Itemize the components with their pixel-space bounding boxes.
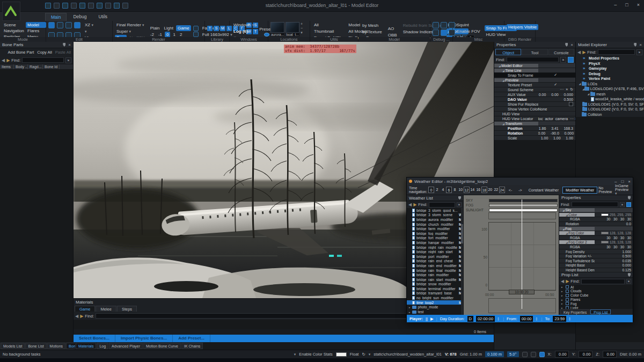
- refresh-icon[interactable]: ↻: [362, 352, 365, 357]
- weather-property-row[interactable]: Fog Color 128, 128, 128: [559, 231, 633, 236]
- maximize-button[interactable]: □: [621, 179, 624, 184]
- property-row[interactable]: Show Fur Replacers: [494, 102, 575, 107]
- clear-find-icon[interactable]: ×: [65, 57, 71, 63]
- tree-node[interactable]: LODs\LOD#0 (V:678, F:496, SV: 155, SF:..…: [576, 86, 644, 92]
- back-icon[interactable]: ◀: [2, 58, 5, 63]
- ribbon-tab[interactable]: Utils: [93, 13, 113, 21]
- panel-tab[interactable]: Motion Bone Curve: [143, 343, 181, 349]
- day-duration-field[interactable]: 02:00:00: [476, 316, 495, 322]
- tree-node[interactable]: Vertex Paint: [576, 76, 644, 82]
- color-swatch[interactable]: [336, 352, 347, 357]
- mode-button[interactable]: Scene: [2, 22, 26, 28]
- weather-folder[interactable]: ▸ photo_mode: [407, 305, 463, 309]
- weather-list-item[interactable]: bridge_port_modifier M: [407, 254, 463, 259]
- tree-node[interactable]: wood34_kraska_white / wood34_...: [576, 97, 644, 102]
- tree-node[interactable]: Debug: [576, 71, 644, 77]
- action-button[interactable]: Add Preset...: [173, 335, 210, 342]
- weather-list-item[interactable]: bridge_night_rain_start_ M: [407, 249, 463, 254]
- column-header[interactable]: Items: [0, 64, 14, 69]
- model-explorer-find-input[interactable]: [598, 49, 635, 55]
- debug-bounds-icon[interactable]: [441, 29, 447, 36]
- time-nav-button[interactable]: 4: [440, 187, 446, 193]
- bone-parts-find-input[interactable]: [22, 57, 64, 63]
- debug-wire-icon[interactable]: [441, 22, 447, 28]
- axis-dropdown[interactable]: XZ ▾: [83, 22, 101, 28]
- prop-list-find-input[interactable]: [581, 279, 625, 284]
- property-row[interactable]: AUX Value 0.00 0.00 0.000: [494, 92, 575, 97]
- model-button[interactable]: by Texture: [361, 29, 384, 35]
- weather-property-row[interactable]: Fog Density 1.000: [559, 249, 633, 254]
- select-tool-icon[interactable]: [48, 22, 55, 28]
- back-icon[interactable]: ◀: [408, 202, 412, 207]
- forward-icon[interactable]: ▶: [80, 314, 83, 319]
- new-file-icon[interactable]: [45, 3, 51, 9]
- panel-tab[interactable]: Motions: [47, 343, 66, 349]
- property-row[interactable]: Preview: [494, 78, 575, 83]
- ribbon-tab[interactable]: Debug: [68, 13, 92, 21]
- weather-list-item[interactable]: bridge_3_storm_good_k...: [407, 208, 463, 213]
- close-button[interactable]: ×: [628, 179, 631, 184]
- prop-list-item[interactable]: ▸ Flares: [559, 298, 633, 302]
- property-row[interactable]: Show Vertex Color None: [494, 107, 575, 112]
- pin-icon[interactable]: [628, 196, 631, 200]
- timeline-track[interactable]: SKY: [466, 198, 558, 202]
- weather-list-item[interactable]: bridge_rain_final_modifie M: [407, 268, 463, 273]
- tree-node[interactable]: LODs: [576, 82, 644, 87]
- property-row[interactable]: Time Line: [494, 68, 575, 73]
- color-swatch[interactable]: [601, 232, 609, 234]
- time-nav-button[interactable]: 22: [493, 187, 499, 193]
- tree-node[interactable]: Collision: [576, 112, 644, 117]
- time-nav-button[interactable]: 2: [434, 187, 440, 193]
- import-icon[interactable]: [79, 3, 85, 9]
- weather-list-item[interactable]: bridge_hangar_modifier M: [407, 240, 463, 245]
- pin-icon[interactable]: [634, 43, 636, 47]
- time-nav-button[interactable]: 20: [487, 187, 493, 193]
- mode-button[interactable]: Navigation: [2, 28, 26, 34]
- pin-icon[interactable]: [458, 196, 461, 200]
- weather-list-item[interactable]: bridge_3_storm_scene_ W: [407, 213, 463, 218]
- weather-property-row[interactable]: Sky: [559, 208, 633, 213]
- panel-tab[interactable]: Bone List: [25, 343, 46, 349]
- add-bone-part-button[interactable]: Add Bone Part: [8, 50, 34, 55]
- clear-find-icon[interactable]: ×: [626, 279, 631, 284]
- remove-location-button[interactable]: −: [301, 26, 303, 30]
- export-icon[interactable]: [88, 3, 94, 9]
- panel-tab[interactable]: Materials: [76, 343, 96, 349]
- helpers-visible-button[interactable]: Helpers Visible: [507, 24, 538, 30]
- debug-skeleton-icon[interactable]: [433, 22, 439, 28]
- float-dropdown[interactable]: ▾: [369, 352, 371, 357]
- time-nav-button[interactable]: 18: [481, 187, 487, 193]
- restore-button[interactable]: □: [625, 2, 628, 8]
- property-row[interactable]: Sound Scheme ··· × ↻: [494, 87, 575, 92]
- color-swatch[interactable]: [601, 241, 609, 243]
- weather-list-item[interactable]: time_loop2 M: [407, 300, 463, 305]
- enable-fov-button[interactable]: Enable FOV: [455, 28, 482, 34]
- time-forward-button[interactable]: ->: [516, 187, 524, 193]
- prop-list-item[interactable]: ▸ Color Cube: [559, 293, 633, 298]
- debug-axes-icon[interactable]: [433, 29, 439, 36]
- time-nav-button[interactable]: 14: [470, 187, 475, 193]
- utils-button[interactable]: All: [312, 22, 343, 28]
- undo-icon[interactable]: [97, 3, 103, 9]
- time-nav-button[interactable]: 0: [428, 187, 434, 193]
- float-button[interactable]: Float: [350, 352, 359, 357]
- weather-list-item[interactable]: no_bright_sun_modifier: [407, 295, 463, 300]
- final-render-dropdown[interactable]: Final Render ▾: [115, 22, 147, 28]
- tree-node[interactable]: LODs\LOD#2 (V:0, F:0, SV: 0, SF: 0): [576, 107, 644, 112]
- forward-icon[interactable]: ▶: [6, 58, 10, 63]
- tree-node[interactable]: PhysX: [576, 61, 644, 67]
- prop-list-item[interactable]: ▸ AI: [559, 285, 633, 289]
- column-header[interactable]: Bone Id: [43, 64, 60, 69]
- locations-dropdown[interactable]: ▾: [301, 31, 303, 34]
- weather-property-row[interactable]: Fog Variation +/- 0.500: [559, 254, 633, 259]
- weather-find-input[interactable]: [429, 202, 455, 208]
- properties-tab[interactable]: Object: [495, 49, 521, 55]
- move-snap-toggle[interactable]: 0.100 m: [485, 351, 504, 357]
- z-coordinate-field[interactable]: 0.00: [603, 351, 617, 358]
- color-swatch[interactable]: [601, 213, 609, 216]
- dome-icon[interactable]: [193, 32, 199, 37]
- column-header[interactable]: Ragd...: [28, 64, 43, 69]
- rotate-tool-icon[interactable]: [65, 22, 72, 28]
- weather-property-row[interactable]: Height Based Density 0.125: [559, 268, 633, 273]
- property-row[interactable]: Rotation 0.00 -90.0 0.000: [494, 131, 575, 136]
